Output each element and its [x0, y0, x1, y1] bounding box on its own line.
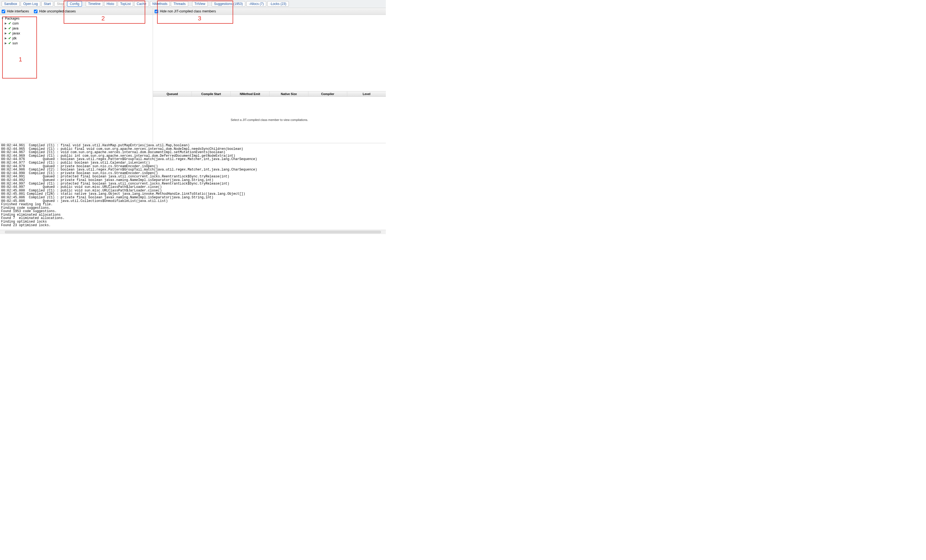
chevron-right-icon[interactable]	[5, 31, 7, 36]
tree-root-label: Packages	[5, 16, 20, 21]
tree-item-sun[interactable]: ✔sun	[0, 41, 152, 46]
column-header[interactable]: Compiler	[309, 91, 347, 97]
right-pane: Hide non JIT-compiled class members Queu…	[153, 8, 386, 143]
cache-button[interactable]: Cache	[134, 1, 149, 7]
tree-item-label: sun	[12, 41, 18, 45]
threads-button[interactable]: Threads	[171, 1, 188, 7]
tree-item-label: javax	[12, 31, 20, 36]
column-header[interactable]: Queued	[153, 91, 192, 97]
toplist-button[interactable]: TopList	[118, 1, 133, 7]
package-tree[interactable]: Packages ✔com✔java✔javax✔jdk✔sun	[0, 15, 153, 143]
tree-item-com[interactable]: ✔com	[0, 21, 152, 26]
chevron-down-icon[interactable]	[1, 16, 4, 21]
timeline-button[interactable]: Timeline	[86, 1, 103, 7]
check-icon: ✔	[8, 21, 11, 26]
check-icon: ✔	[8, 36, 11, 41]
hide-interfaces-checkbox[interactable]: Hide interfaces	[2, 9, 29, 13]
compilations-table-body: Select a JIT-compiled class member to vi…	[153, 97, 386, 143]
locks-button[interactable]: -Locks (23)	[267, 1, 289, 7]
chevron-right-icon[interactable]	[5, 41, 7, 45]
sandbox-button[interactable]: Sandbox	[2, 1, 20, 7]
empty-message: Select a JIT-compiled class member to vi…	[231, 118, 308, 121]
nmethods-button[interactable]: NMethods	[150, 1, 170, 7]
column-header[interactable]: NMethod Emit	[231, 91, 269, 97]
allocs-button[interactable]: -Allocs (7)	[247, 1, 266, 7]
chevron-right-icon[interactable]	[5, 36, 7, 41]
start-button[interactable]: Start	[41, 1, 53, 7]
tree-item-label: jdk	[12, 36, 17, 41]
triview-button[interactable]: TriView	[192, 1, 208, 7]
middle-split: Hide interfaces Hide uncompiled classes …	[0, 8, 386, 143]
chevron-right-icon[interactable]	[5, 26, 7, 30]
right-filter-bar: Hide non JIT-compiled class members	[153, 8, 386, 15]
hide-non-jit-label: Hide non JIT-compiled class members	[160, 9, 216, 13]
open-log-button[interactable]: Open Log	[21, 1, 40, 7]
hide-non-jit-checkbox[interactable]: Hide non JIT-compiled class members	[154, 9, 216, 13]
toolbar: Sandbox Open Log Start Stop Config Timel…	[0, 0, 386, 8]
log-hscrollbar[interactable]	[0, 230, 386, 234]
left-pane: Hide interfaces Hide uncompiled classes …	[0, 8, 153, 143]
log-text[interactable]: 00:02:44.961 Compiled (C1) : final void …	[0, 143, 386, 230]
tree-item-java[interactable]: ✔java	[0, 26, 152, 31]
tree-item-label: java	[12, 26, 18, 30]
left-filter-bar: Hide interfaces Hide uncompiled classes	[0, 8, 153, 15]
stop-button: Stop	[54, 1, 66, 7]
member-list[interactable]	[153, 15, 386, 91]
check-icon: ✔	[8, 31, 11, 36]
hide-uncompiled-checkbox[interactable]: Hide uncompiled classes	[34, 9, 76, 13]
tree-item-javax[interactable]: ✔javax	[0, 31, 152, 36]
column-header[interactable]: Native Size	[269, 91, 309, 97]
annotation-label-3: 3	[198, 15, 201, 22]
chevron-right-icon[interactable]	[5, 21, 7, 26]
hide-interfaces-label: Hide interfaces	[7, 9, 29, 13]
suggestions-button[interactable]: Suggestions (1953)	[212, 1, 245, 7]
column-header[interactable]: Compile Start	[192, 91, 231, 97]
tree-item-label: com	[12, 21, 19, 26]
hide-uncompiled-label: Hide uncompiled classes	[39, 9, 76, 13]
check-icon: ✔	[8, 41, 11, 45]
compilations-table-header: QueuedCompile StartNMethod EmitNative Si…	[153, 91, 386, 97]
check-icon: ✔	[8, 26, 11, 30]
log-panel: 00:02:44.961 Compiled (C1) : final void …	[0, 143, 386, 234]
app-root: 1 2 3 Sandbox Open Log Start Stop Config…	[0, 0, 386, 234]
histo-button[interactable]: Histo	[104, 1, 117, 7]
config-button[interactable]: Config	[67, 1, 82, 7]
column-header[interactable]: Level	[347, 91, 386, 97]
tree-root[interactable]: Packages	[0, 16, 152, 21]
tree-item-jdk[interactable]: ✔jdk	[0, 36, 152, 41]
